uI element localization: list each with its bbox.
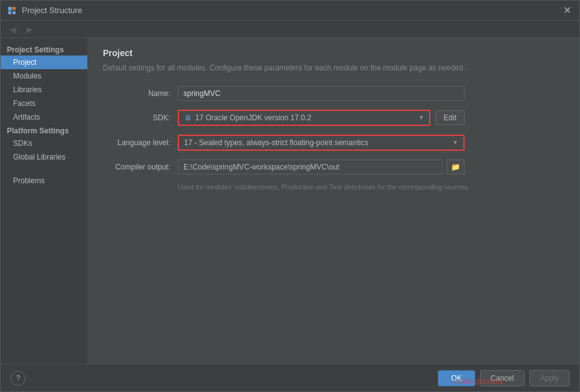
svg-rect-0 — [8, 7, 12, 11]
svg-rect-2 — [8, 11, 11, 14]
compiler-output-input[interactable] — [178, 160, 443, 174]
sdk-computer-icon: 🖥 — [184, 113, 191, 122]
sidebar-item-facets[interactable]: Facets — [1, 97, 87, 110]
sidebar-item-libraries[interactable]: Libraries — [1, 83, 87, 97]
sdk-control: 🖥 17 Oracle OpenJDK version 17.0.2 ▼ Edi… — [178, 110, 465, 126]
language-level-row: Language level: 17 - Sealed types, alway… — [103, 135, 564, 151]
sidebar: Project Settings Project Modules Librari… — [1, 38, 88, 364]
platform-settings-section-label: Platform Settings — [1, 124, 87, 136]
compiler-row: 📁 — [178, 160, 465, 174]
sdk-dropdown-arrow: ▼ — [418, 114, 424, 121]
folder-icon: 📁 — [451, 163, 460, 171]
compiler-output-control: 📁 — [178, 160, 465, 174]
svg-rect-1 — [12, 7, 16, 10]
panel-description: Default settings for all modules. Config… — [103, 63, 564, 74]
panel-title: Project — [103, 48, 564, 58]
apply-button[interactable]: Apply — [529, 370, 569, 386]
browse-folder-button[interactable]: 📁 — [447, 160, 465, 174]
svg-rect-3 — [12, 11, 16, 14]
toolbar: ◀ ▶ — [1, 21, 579, 38]
back-button[interactable]: ◀ — [6, 23, 20, 36]
sdk-row: SDK: 🖥 17 Oracle OpenJDK version 17.0.2 … — [103, 110, 564, 126]
project-settings-section-label: Project Settings — [1, 43, 87, 55]
dialog-title: Project Structure — [22, 6, 561, 15]
sidebar-item-global-libraries[interactable]: Global Libraries — [1, 150, 87, 164]
project-structure-dialog: Project Structure ✕ ◀ ▶ Project Settings… — [0, 0, 580, 392]
sdk-label: SDK: — [103, 113, 178, 122]
watermark: CSDN @Julissa. — [453, 378, 505, 385]
sidebar-item-sdks[interactable]: SDKs — [1, 136, 87, 150]
name-row: Name: — [103, 86, 564, 101]
compiler-output-label: Compiler output: — [103, 163, 178, 171]
content-area: Project Settings Project Modules Librari… — [1, 38, 579, 364]
sidebar-item-project[interactable]: Project — [1, 55, 87, 69]
language-level-control: 17 - Sealed types, always-strict floatin… — [178, 135, 465, 151]
sdk-value-text: 17 Oracle OpenJDK version 17.0.2 — [195, 113, 311, 122]
sidebar-item-artifacts[interactable]: Artifacts — [1, 110, 87, 124]
sdk-dropdown[interactable]: 🖥 17 Oracle OpenJDK version 17.0.2 ▼ — [178, 110, 430, 126]
name-input[interactable] — [178, 86, 465, 101]
edit-sdk-button[interactable]: Edit — [435, 110, 465, 125]
name-label: Name: — [103, 89, 178, 98]
sdk-select-inner: 🖥 17 Oracle OpenJDK version 17.0.2 — [184, 113, 418, 122]
language-level-label: Language level: — [103, 138, 178, 147]
close-button[interactable]: ✕ — [561, 4, 573, 17]
language-level-dropdown[interactable]: 17 - Sealed types, always-strict floatin… — [178, 135, 465, 151]
sidebar-item-modules[interactable]: Modules — [1, 69, 87, 83]
compiler-output-row: Compiler output: 📁 — [103, 160, 564, 174]
name-control — [178, 86, 465, 101]
main-panel: Project Default settings for all modules… — [88, 38, 579, 364]
language-level-value: 17 - Sealed types, always-strict floatin… — [184, 138, 452, 147]
sidebar-item-problems[interactable]: Problems — [1, 174, 87, 188]
dialog-icon — [7, 6, 17, 16]
sdk-select-row: 🖥 17 Oracle OpenJDK version 17.0.2 ▼ Edi… — [178, 110, 465, 126]
compiler-hint: Used for modules' subdirectories, Produc… — [103, 183, 564, 191]
forward-button[interactable]: ▶ — [22, 23, 37, 36]
title-bar: Project Structure ✕ — [1, 1, 579, 21]
help-button[interactable]: ? — [11, 371, 26, 386]
language-level-arrow: ▼ — [452, 139, 458, 146]
